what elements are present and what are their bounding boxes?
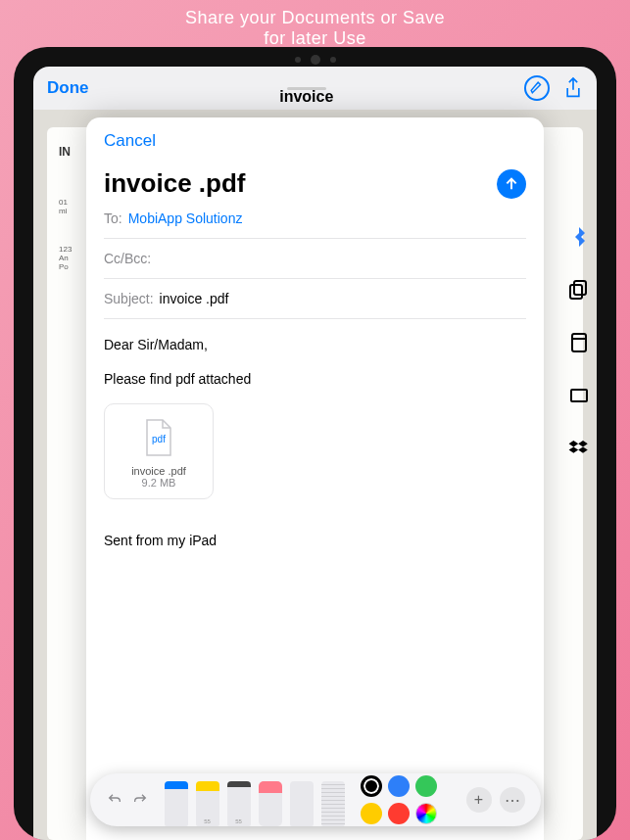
attachment-tile[interactable]: pdf invoice .pdf 9.2 MB [104, 403, 214, 499]
eraser-tool[interactable] [259, 781, 282, 826]
attachment-badge: pdf [152, 434, 166, 444]
subject-label: Subject: [104, 291, 154, 306]
ipad-frame: Done invoice IN 01 mi 123 [14, 47, 616, 840]
ccbcc-label: Cc/Bcc: [104, 251, 151, 266]
attachment-name: invoice .pdf [113, 465, 205, 477]
to-label: To: [104, 210, 122, 226]
svg-rect-3 [571, 390, 587, 401]
pen-tool[interactable] [165, 781, 188, 826]
color-wheel[interactable] [415, 803, 437, 824]
to-value: MobiApp Solutionz [128, 210, 243, 226]
subject-field[interactable]: Subject: invoice .pdf [104, 279, 526, 319]
bluetooth-icon[interactable] [567, 225, 591, 249]
color-yellow[interactable] [361, 803, 382, 824]
ccbcc-field[interactable]: Cc/Bcc: [104, 239, 526, 279]
attachment-size: 9.2 MB [113, 477, 205, 489]
ruler-tool[interactable] [321, 781, 345, 826]
screen: Done invoice IN 01 mi 123 [33, 67, 597, 840]
to-field[interactable]: To: MobiApp Solutionz [104, 199, 526, 239]
promo-line-2: for later Use [0, 28, 630, 49]
highlighter-tool[interactable]: 55 [196, 781, 219, 826]
markup-toolbar: 55 55 + ⋯ [90, 773, 541, 826]
subject-value: invoice .pdf [160, 291, 229, 306]
color-black[interactable] [361, 775, 382, 797]
add-button[interactable]: + [466, 787, 492, 813]
svg-rect-1 [570, 285, 582, 299]
send-button[interactable] [497, 169, 526, 199]
nav-title: invoice [279, 88, 333, 106]
nav-grab-handle[interactable] [287, 87, 326, 90]
lasso-tool[interactable] [290, 781, 314, 826]
done-button[interactable]: Done [47, 78, 89, 98]
body-greeting: Dear Sir/Madam, [104, 335, 526, 355]
svg-rect-0 [574, 281, 586, 295]
dropbox-icon[interactable] [567, 437, 591, 460]
compose-body[interactable]: Dear Sir/Madam, Please find pdf attached [104, 319, 526, 390]
svg-rect-2 [572, 334, 586, 351]
compose-mail-sheet: Cancel invoice .pdf To: MobiApp Solution… [86, 117, 544, 840]
pencil-tool[interactable]: 55 [227, 781, 251, 826]
color-blue[interactable] [388, 775, 410, 797]
body-text: Please find pdf attached [104, 369, 526, 390]
color-red[interactable] [388, 803, 410, 824]
redo-button[interactable] [129, 789, 151, 811]
undo-button[interactable] [104, 789, 125, 811]
copy-icon[interactable] [567, 278, 591, 302]
more-button[interactable]: ⋯ [500, 787, 525, 813]
promo-line-1: Share your Documents or Save [0, 8, 630, 28]
markup-toggle-button[interactable] [524, 75, 550, 101]
share-icon[interactable] [563, 76, 583, 100]
window-icon[interactable] [567, 384, 591, 407]
cancel-button[interactable]: Cancel [104, 131, 526, 151]
file-icon: pdf [143, 418, 174, 457]
color-green[interactable] [415, 775, 437, 797]
device-notch [295, 55, 336, 65]
page-icon[interactable] [567, 331, 591, 354]
compose-title: invoice .pdf [104, 168, 245, 199]
signature-text: Sent from my iPad [104, 533, 526, 548]
nav-bar: Done invoice [33, 67, 597, 110]
